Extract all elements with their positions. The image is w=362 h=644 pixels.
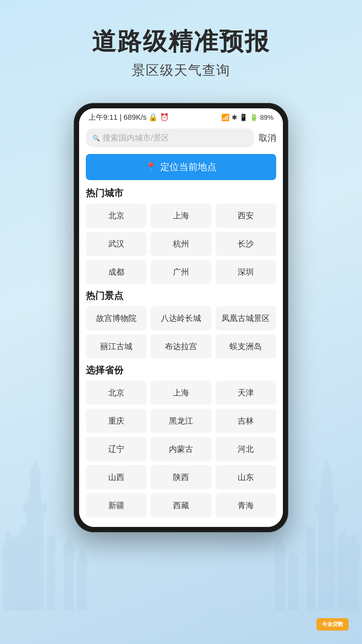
locate-button[interactable]: 📍 定位当前地点 (86, 154, 276, 180)
province-btn-3[interactable]: 重庆 (86, 409, 146, 433)
cancel-button[interactable]: 取消 (259, 132, 276, 144)
bluetooth-icon: ✱ (232, 113, 237, 121)
province-btn-2[interactable]: 天津 (216, 381, 276, 405)
province-btn-7[interactable]: 内蒙古 (150, 437, 211, 461)
hot-attractions-header: 热门景点 (86, 289, 276, 302)
svg-rect-26 (342, 537, 345, 557)
svg-rect-28 (352, 540, 355, 557)
hot-cities-header: 热门城市 (86, 187, 276, 200)
province-btn-6[interactable]: 辽宁 (86, 437, 146, 461)
attraction-btn-lijiang[interactable]: 丽江古城 (86, 334, 146, 359)
province-btn-1[interactable]: 上海 (150, 381, 211, 405)
phone-screen: 上午9:11 | 689K/s 🔒 ⏰ 📶 ✱ 📱 🔋 89% 🔍 搜索国内城市… (79, 108, 283, 527)
sub-title: 景区级天气查询 (0, 61, 362, 79)
province-btn-10[interactable]: 陕西 (150, 465, 211, 489)
svg-point-8 (2, 537, 25, 570)
phone-frame: 上午9:11 | 689K/s 🔒 ⏰ 📶 ✱ 📱 🔋 89% 🔍 搜索国内城市… (74, 103, 288, 532)
search-box[interactable]: 🔍 搜索国内城市/景区 (86, 128, 254, 147)
svg-point-12 (16, 534, 21, 542)
province-btn-4[interactable]: 黑龙江 (150, 409, 211, 433)
svg-rect-11 (17, 540, 20, 557)
city-btn-guangzhou[interactable]: 广州 (150, 260, 211, 284)
attraction-btn-potala[interactable]: 布达拉宫 (150, 334, 211, 359)
status-icons: 📶 ✱ 📱 🔋 89% (221, 113, 274, 121)
watermark: 今金贷数 (316, 618, 349, 631)
svg-marker-16 (76, 548, 88, 560)
search-icon: 🔍 (93, 135, 99, 141)
city-btn-wuhan[interactable]: 武汉 (86, 232, 146, 256)
svg-rect-13 (64, 550, 74, 610)
hot-attractions-grid: 故宫博物院 八达岭长城 凤凰古城景区 丽江古城 布达拉宫 蜈支洲岛 (86, 306, 276, 359)
city-btn-hangzhou[interactable]: 杭州 (150, 232, 211, 256)
phone-container: 上午9:11 | 689K/s 🔒 ⏰ 📶 ✱ 📱 🔋 89% 🔍 搜索国内城市… (0, 103, 362, 532)
province-grid: 北京 上海 天津 重庆 黑龙江 吉林 辽宁 内蒙古 河北 山西 陕西 山东 新疆… (86, 381, 276, 518)
svg-marker-14 (62, 537, 75, 550)
province-btn-14[interactable]: 青海 (216, 493, 276, 518)
attraction-btn-gugong[interactable]: 故宫博物院 (86, 306, 146, 330)
city-btn-changsha[interactable]: 长沙 (216, 232, 276, 256)
scroll-content: 📍 定位当前地点 热门城市 北京 上海 西安 武汉 杭州 长沙 成都 广州 深圳 (79, 151, 283, 527)
signal-icon: 📱 (239, 113, 248, 121)
province-btn-11[interactable]: 山东 (216, 465, 276, 489)
city-btn-shanghai[interactable]: 上海 (150, 204, 211, 228)
svg-rect-15 (77, 560, 87, 610)
svg-point-25 (337, 537, 360, 570)
province-btn-13[interactable]: 西藏 (150, 493, 211, 518)
header-section: 道路级精准预报 景区级天气查询 (0, 0, 362, 93)
attraction-btn-wuzhizhou[interactable]: 蜈支洲岛 (216, 334, 276, 359)
attraction-btn-fenghuang[interactable]: 凤凰古城景区 (216, 306, 276, 330)
battery-percent: 89% (260, 114, 274, 121)
location-pin-icon: 📍 (145, 162, 156, 172)
svg-marker-31 (273, 537, 287, 550)
status-bar: 上午9:11 | 689K/s 🔒 ⏰ 📶 ✱ 📱 🔋 89% (79, 108, 283, 125)
city-btn-beijing[interactable]: 北京 (86, 204, 146, 228)
search-placeholder: 搜索国内城市/景区 (103, 132, 169, 143)
svg-rect-22 (307, 527, 315, 610)
svg-rect-32 (288, 560, 298, 610)
svg-rect-30 (275, 550, 285, 610)
svg-rect-6 (47, 537, 55, 610)
hot-cities-grid: 北京 上海 西安 武汉 杭州 长沙 成都 广州 深圳 (86, 204, 276, 284)
province-btn-5[interactable]: 吉林 (216, 409, 276, 433)
battery-icon: 🔋 (250, 113, 258, 121)
select-province-header: 选择省份 (86, 364, 276, 377)
province-btn-0[interactable]: 北京 (86, 381, 146, 405)
main-title: 道路级精准预报 (0, 27, 362, 56)
city-btn-chengdu[interactable]: 成都 (86, 260, 146, 284)
city-btn-shenzhen[interactable]: 深圳 (216, 260, 276, 284)
attraction-btn-badaling[interactable]: 八达岭长城 (150, 306, 211, 330)
province-btn-12[interactable]: 新疆 (86, 493, 146, 518)
wifi-icon: 📶 (221, 113, 230, 121)
svg-point-29 (351, 534, 356, 542)
city-btn-xian[interactable]: 西安 (216, 204, 276, 228)
status-time: 上午9:11 | 689K/s 🔒 ⏰ (88, 112, 169, 122)
svg-marker-33 (288, 548, 299, 560)
svg-rect-9 (7, 537, 10, 557)
province-btn-8[interactable]: 河北 (216, 437, 276, 461)
province-btn-9[interactable]: 山西 (86, 465, 146, 489)
search-area: 🔍 搜索国内城市/景区 取消 (79, 125, 283, 151)
locate-label: 定位当前地点 (160, 161, 217, 173)
